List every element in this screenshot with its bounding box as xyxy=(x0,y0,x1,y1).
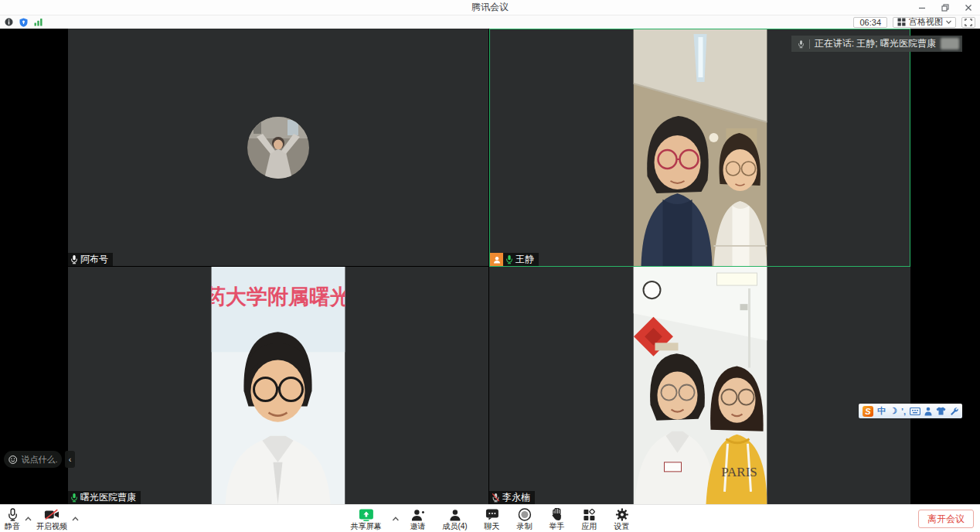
restore-button[interactable] xyxy=(934,0,957,15)
ime-logo-icon[interactable]: S xyxy=(863,406,873,417)
start-video-button[interactable]: 开启视频 xyxy=(36,505,67,532)
ime-halfmoon-icon[interactable]: ☽ xyxy=(890,406,897,416)
chevron-down-icon xyxy=(946,20,951,24)
mic-muted-icon xyxy=(492,493,500,503)
ime-toolbar[interactable]: S 中 ☽ ’, xyxy=(859,404,962,418)
chat-button[interactable]: 聊天 xyxy=(477,505,508,532)
hospital-banner-text: 药大学附属曙光 xyxy=(212,285,345,309)
members-icon xyxy=(449,509,461,521)
meeting-timer: 06:34 xyxy=(853,17,887,28)
record-icon xyxy=(518,508,531,521)
chat-bubble-icon xyxy=(485,509,499,520)
fullscreen-icon xyxy=(965,19,972,26)
ime-wrench-icon[interactable] xyxy=(950,407,958,415)
speaking-mic-icon xyxy=(798,39,805,49)
participant-name: 阿布号 xyxy=(80,253,108,266)
participant-label: 王静 xyxy=(490,253,539,266)
apps-icon xyxy=(584,509,596,521)
apps-label: 应用 xyxy=(582,522,597,530)
chevron-up-icon xyxy=(392,517,399,521)
members-button[interactable]: 成员(4) xyxy=(434,505,475,532)
ime-keyboard-icon[interactable] xyxy=(910,408,920,415)
view-mode-button[interactable]: 宫格视图 xyxy=(893,17,956,28)
close-icon xyxy=(965,4,972,12)
participant-name: 王静 xyxy=(516,253,534,266)
mute-button[interactable]: 静音 xyxy=(5,505,20,532)
leave-meeting-button[interactable]: 离开会议 xyxy=(918,510,974,528)
raise-hand-icon xyxy=(552,508,563,521)
invite-button[interactable]: 邀请 xyxy=(402,505,433,532)
meeting-window: 腾讯会议 06:34 宫格视图 xyxy=(0,0,980,532)
participant-name: 李永楠 xyxy=(502,491,530,504)
chat-placeholder: 说点什么... xyxy=(21,454,57,466)
chat-collapse-button[interactable]: ‹ xyxy=(65,451,75,468)
members-label: 成员(4) xyxy=(442,522,467,530)
emoji-icon[interactable] xyxy=(9,455,17,465)
restore-icon xyxy=(941,4,949,12)
participant-label: 李永楠 xyxy=(489,491,535,504)
video-tile-liyongnan[interactable]: PARIS 李永楠 xyxy=(489,267,910,504)
minimize-button[interactable] xyxy=(910,0,934,15)
grid-view-icon xyxy=(897,18,906,26)
apps-button[interactable]: 应用 xyxy=(574,505,605,532)
video-feed: PARIS xyxy=(633,267,767,504)
status-icons xyxy=(0,18,43,27)
shield-icon[interactable] xyxy=(19,18,28,27)
signal-icon[interactable] xyxy=(34,18,43,26)
toolbar-center-group: 共享屏幕 邀请 成员(4) 聊天 xyxy=(342,505,637,532)
speaking-text: 正在讲话: 王静; 曙光医院曹康 xyxy=(815,37,936,50)
share-options-caret[interactable] xyxy=(390,505,400,532)
chat-input[interactable]: 说点什么... xyxy=(4,451,62,468)
start-video-label: 开启视频 xyxy=(36,522,67,530)
blurred-name xyxy=(941,38,959,49)
record-button[interactable]: 录制 xyxy=(509,505,540,532)
collapse-left-icon: ‹ xyxy=(69,455,72,464)
video-tile-caokang[interactable]: 药大学附属曙光 曙光医院曹康 xyxy=(68,267,488,504)
camera-off-icon xyxy=(44,509,60,520)
settings-gear-icon xyxy=(615,508,628,521)
video-feed xyxy=(633,29,767,266)
raise-hand-label: 举手 xyxy=(550,522,565,530)
info-icon[interactable] xyxy=(5,18,13,26)
titlebar: 腾讯会议 xyxy=(0,0,980,15)
hoodie-text: PARIS xyxy=(721,465,757,479)
mic-options-caret[interactable] xyxy=(23,505,33,532)
video-tile-wangjing[interactable]: 王静 xyxy=(489,29,910,267)
settings-button[interactable]: 设置 xyxy=(607,505,638,532)
invite-label: 邀请 xyxy=(410,522,425,530)
participant-name: 曙光医院曹康 xyxy=(80,491,136,504)
share-screen-button[interactable]: 共享屏幕 xyxy=(342,505,389,532)
chevron-up-icon xyxy=(25,517,32,521)
close-button[interactable] xyxy=(957,0,980,15)
mic-on-icon xyxy=(70,254,78,264)
leave-meeting-label: 离开会议 xyxy=(927,513,965,526)
record-label: 录制 xyxy=(517,522,533,530)
settings-label: 设置 xyxy=(614,522,630,530)
ime-skin-icon[interactable] xyxy=(936,407,946,415)
raise-hand-button[interactable]: 举手 xyxy=(542,505,573,532)
ime-punctuation-icon[interactable]: ’, xyxy=(901,407,906,416)
mute-label: 静音 xyxy=(5,522,20,530)
window-title: 腾讯会议 xyxy=(471,1,509,14)
video-tile-abuhao[interactable]: 阿布号 xyxy=(68,29,488,266)
video-feed: 药大学附属曙光 xyxy=(212,267,345,504)
view-mode-label: 宫格视图 xyxy=(909,16,943,28)
video-grid: 阿布号 xyxy=(0,29,980,504)
ime-voice-icon[interactable] xyxy=(924,407,932,416)
avatar-image xyxy=(247,117,309,179)
ime-chinese-mode-icon[interactable]: 中 xyxy=(877,405,886,417)
mic-speaking-icon xyxy=(70,493,78,503)
video-feed-image: PARIS xyxy=(633,267,767,504)
participant-label: 曙光医院曹康 xyxy=(68,491,141,504)
participant-label: 阿布号 xyxy=(68,253,113,266)
speaking-indicator: 正在讲话: 王静; 曙光医院曹康 xyxy=(791,36,962,52)
share-screen-label: 共享屏幕 xyxy=(350,522,381,530)
fullscreen-button[interactable] xyxy=(961,17,975,28)
bottom-toolbar: 静音 开启视频 共享屏幕 xyxy=(0,504,980,532)
video-feed-image xyxy=(633,29,767,266)
minimize-icon xyxy=(918,4,926,12)
chevron-up-icon xyxy=(72,517,79,521)
invite-person-icon xyxy=(410,509,424,521)
mic-icon xyxy=(7,508,19,521)
video-options-caret[interactable] xyxy=(70,505,80,532)
